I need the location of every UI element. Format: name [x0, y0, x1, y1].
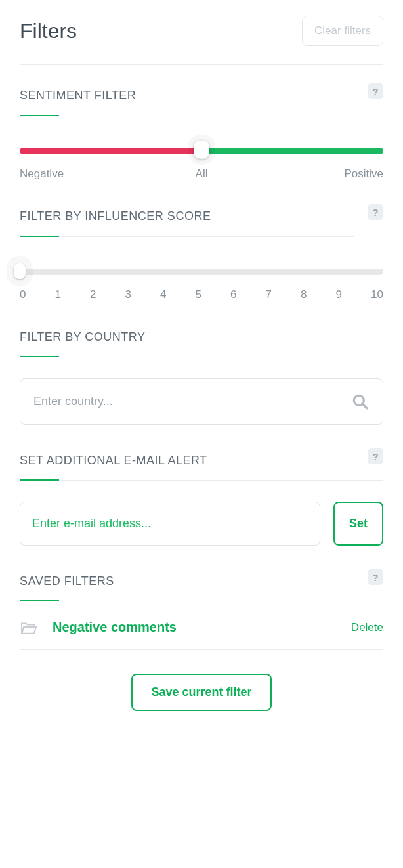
country-input[interactable]	[20, 378, 383, 425]
help-icon[interactable]: ?	[368, 204, 383, 220]
sentiment-label-negative: Negative	[20, 167, 64, 181]
saved-filter-row: Negative comments Delete	[20, 620, 383, 650]
influencer-ticks: 0 1 2 3 4 5 6 7 8 9 10	[20, 288, 383, 301]
saved-filter-name[interactable]: Negative comments	[53, 620, 351, 635]
tick-label: 0	[20, 288, 26, 301]
tick-label: 7	[266, 288, 272, 301]
sentiment-slider[interactable]	[20, 148, 383, 154]
save-current-filter-button[interactable]: Save current filter	[131, 674, 271, 711]
sentiment-filter-section: SENTIMENT FILTER ? Negative All Positive	[20, 89, 383, 181]
help-icon[interactable]: ?	[368, 448, 383, 464]
sentiment-label-positive: Positive	[344, 167, 383, 181]
folder-open-icon	[20, 620, 38, 635]
influencer-title: FILTER BY INFLUENCER SCORE	[20, 209, 211, 236]
tick-label: 1	[55, 288, 61, 301]
saved-filters-title: SAVED FILTERS	[20, 575, 114, 601]
email-alert-section: SET ADDITIONAL E-MAIL ALERT ? Set	[20, 454, 383, 546]
delete-link[interactable]: Delete	[351, 621, 383, 634]
tick-label: 8	[301, 288, 307, 301]
tick-label: 6	[230, 288, 236, 301]
section-underline	[20, 116, 354, 116]
email-alert-title: SET ADDITIONAL E-MAIL ALERT	[20, 454, 207, 481]
email-input[interactable]	[20, 502, 320, 546]
influencer-score-section: FILTER BY INFLUENCER SCORE ? 0 1 2 3 4 5…	[20, 209, 383, 301]
influencer-slider-thumb[interactable]	[14, 263, 26, 279]
sentiment-track-negative	[20, 148, 202, 154]
saved-filters-section: SAVED FILTERS ? Negative comments Delete…	[20, 575, 383, 711]
tick-label: 4	[160, 288, 166, 301]
influencer-slider[interactable]	[20, 269, 383, 275]
help-icon[interactable]: ?	[368, 83, 383, 99]
sentiment-label-all: All	[196, 167, 208, 181]
page-title: Filters	[20, 19, 77, 43]
set-button[interactable]: Set	[333, 502, 383, 546]
filters-header: Filters Clear filters	[20, 16, 383, 65]
tick-label: 10	[371, 288, 383, 301]
sentiment-title: SENTIMENT FILTER	[20, 89, 136, 116]
section-underline	[20, 480, 383, 481]
section-underline	[20, 357, 383, 357]
section-underline	[20, 236, 354, 237]
sentiment-slider-thumb[interactable]	[194, 141, 209, 159]
tick-label: 3	[125, 288, 131, 301]
tick-label: 5	[196, 288, 202, 301]
section-underline	[20, 601, 383, 601]
clear-filters-button[interactable]: Clear filters	[302, 16, 383, 46]
country-title: FILTER BY COUNTRY	[20, 330, 146, 357]
svg-line-1	[362, 404, 367, 408]
search-icon[interactable]	[352, 393, 369, 410]
help-icon[interactable]: ?	[368, 569, 383, 585]
tick-label: 9	[336, 288, 342, 301]
country-filter-section: FILTER BY COUNTRY	[20, 330, 383, 425]
sentiment-track-positive	[202, 148, 383, 154]
tick-label: 2	[90, 288, 96, 301]
